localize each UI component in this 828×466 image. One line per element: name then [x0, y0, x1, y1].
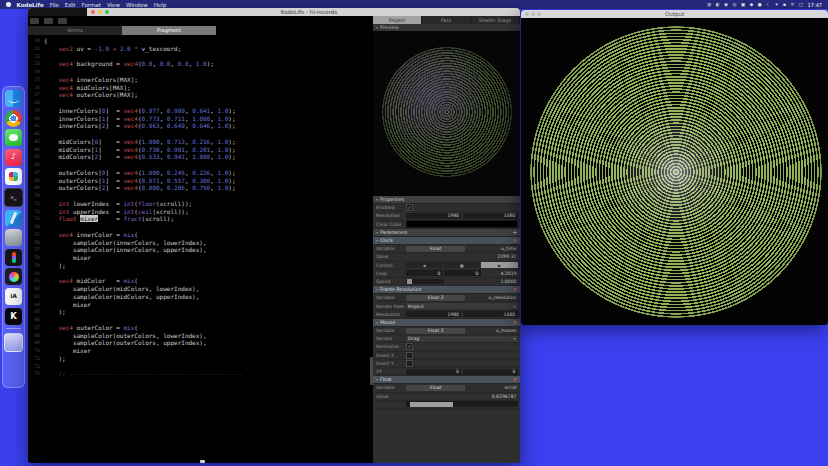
inspector-tab-shader-stage[interactable]: Shader Stage — [471, 16, 520, 24]
code-lines[interactable]: 30{31 vec2 uv = -1.0 + 2.0 * v_texcoord;… — [28, 37, 369, 461]
section-header-float[interactable]: ▾Float× — [373, 376, 520, 384]
transport-button[interactable]: ■ — [444, 262, 480, 268]
editor-tab-fragment[interactable]: Fragment — [122, 26, 216, 35]
dock-icon-videoapp[interactable] — [5, 268, 22, 285]
apple-menu-icon[interactable] — [6, 2, 11, 7]
section-header-frame-resolution[interactable]: ▾Frame Resolution× — [373, 286, 520, 294]
menubar-status-icon[interactable]: ◐ — [716, 0, 720, 9]
transport-button[interactable]: ◀ — [406, 262, 442, 268]
dock-icon-kodelife[interactable]: K — [5, 308, 22, 325]
remove-parameter-icon[interactable]: × — [512, 238, 517, 244]
color-swatch[interactable] — [406, 220, 518, 228]
number-field[interactable]: 1080 — [463, 311, 518, 317]
menu-item-view[interactable]: View — [107, 2, 120, 8]
value-slider[interactable] — [406, 401, 518, 407]
resize-handle[interactable] — [200, 460, 205, 463]
dock-icon-iawriter[interactable]: iA — [5, 288, 22, 305]
menu-item-format[interactable]: Format — [82, 2, 101, 8]
dropdown[interactable]: Float — [406, 385, 465, 391]
section-header-properties[interactable]: ▾Properties — [373, 196, 520, 204]
checkbox[interactable]: ✓ — [406, 204, 413, 211]
transport-button-active[interactable]: ▶ — [481, 262, 517, 268]
value-field[interactable]: scroll — [467, 385, 518, 391]
editor-toolbar-button[interactable] — [58, 18, 67, 25]
dock-icon-figma[interactable] — [5, 249, 22, 266]
dock-icon-grayapp[interactable] — [5, 229, 22, 246]
menubar-status-icon[interactable]: ▣ — [741, 0, 745, 9]
line-number: 41 — [28, 122, 44, 130]
value-field[interactable]: 4.2019 — [482, 270, 518, 276]
menubar-status-icon[interactable]: ≡ — [791, 0, 795, 9]
speed-slider[interactable] — [406, 279, 444, 285]
slider-handle[interactable] — [407, 279, 412, 284]
remove-parameter-icon[interactable]: × — [512, 377, 517, 383]
minimize-button[interactable] — [98, 10, 102, 14]
param-row-clear-color: Clear Color — [373, 221, 520, 229]
menubar-status-icon[interactable]: ◎ — [733, 0, 737, 9]
checkbox[interactable] — [406, 360, 413, 367]
menubar-status-icon[interactable]: □ — [799, 0, 803, 9]
dropdown[interactable]: Float — [406, 246, 465, 252]
output-titlebar[interactable]: Output — [521, 10, 828, 18]
dock-icon-terminal[interactable]: >_ — [4, 188, 23, 207]
menu-item-file[interactable]: File — [50, 2, 59, 8]
remove-parameter-icon[interactable]: × — [512, 320, 517, 326]
dropdown[interactable]: Project — [406, 303, 518, 309]
dock-icon-slack[interactable] — [5, 168, 22, 185]
param-label: XY — [376, 369, 404, 374]
slider-handle[interactable] — [410, 402, 452, 407]
dock-icon-music[interactable]: ♪ — [5, 149, 22, 166]
menubar-status-icon[interactable]: ✦ — [775, 0, 779, 9]
remove-parameter-icon[interactable]: × — [512, 287, 517, 293]
section-header-clock[interactable]: ▾Clock× — [373, 237, 520, 245]
dock-icon-chrome[interactable] — [5, 110, 22, 127]
number-field[interactable]: 0 — [406, 270, 443, 276]
section-header-mouse[interactable]: ▾Mouse× — [373, 319, 520, 327]
editor-toolbar-button[interactable] — [30, 18, 39, 25]
dropdown[interactable]: Float 2 — [406, 328, 465, 334]
section-header-parameters[interactable]: ▾Parameters+ — [373, 229, 520, 237]
preview-section-header[interactable]: ▾ Preview — [373, 24, 520, 31]
number-field[interactable]: 0 — [463, 369, 518, 375]
menubar-status-icon[interactable]: ◆ — [750, 0, 753, 9]
dropdown[interactable]: Drag — [406, 336, 518, 342]
menubar-clock[interactable]: 17:47 — [808, 2, 822, 8]
value-field[interactable]: 0.8296787 — [406, 393, 518, 399]
number-field[interactable]: 1980 — [406, 311, 461, 317]
dock-icon-trash[interactable] — [4, 333, 23, 352]
dock-icon-messages[interactable] — [5, 129, 22, 146]
value-field[interactable]: u_resolution — [467, 295, 518, 301]
value-field[interactable]: u_mouse — [467, 328, 518, 334]
menubar-status-icon[interactable]: ▪ — [783, 0, 786, 9]
menu-item-window[interactable]: Window — [126, 2, 148, 8]
add-parameter-icon[interactable]: + — [512, 230, 517, 236]
inspector-tab-pass[interactable]: Pass — [422, 16, 471, 24]
dock-icon-vscode[interactable] — [5, 210, 22, 227]
number-field[interactable]: 1080 — [463, 213, 518, 219]
param-row-loop: Loop004.2019 — [373, 270, 520, 278]
dropdown[interactable]: Float 2 — [406, 295, 465, 301]
checkbox[interactable]: ✓ — [406, 343, 413, 350]
kodelife-titlebar[interactable]: KodeLife - hi-records — [28, 8, 520, 16]
editor-toolbar-button[interactable] — [44, 18, 53, 25]
close-button[interactable] — [91, 10, 95, 14]
value-field[interactable]: u_time — [467, 246, 518, 252]
menubar-status-icon[interactable]: ● — [758, 0, 762, 9]
code-editor[interactable]: VertexFragment 30{31 vec2 uv = -1.0 + 2.… — [28, 16, 373, 463]
inspector-tab-project[interactable]: Project — [373, 16, 422, 24]
menu-item-edit[interactable]: Edit — [65, 2, 76, 8]
menubar-status-icon[interactable]: ◍ — [707, 0, 711, 9]
menubar-status-icon[interactable]: ◉ — [724, 0, 728, 9]
code-line: 38 — [28, 99, 369, 107]
menubar-status-icon[interactable]: ☾ — [766, 0, 770, 9]
number-field[interactable]: 1980 — [406, 213, 461, 219]
editor-tab-vertex[interactable]: Vertex — [28, 26, 122, 35]
value-field[interactable]: 2299.31 — [406, 254, 518, 260]
value-field[interactable]: 1.0000 — [445, 278, 517, 284]
checkbox[interactable] — [406, 352, 413, 359]
number-field[interactable]: 0 — [444, 270, 481, 276]
menu-item-help[interactable]: Help — [154, 2, 167, 8]
dock-icon-finder[interactable] — [5, 90, 22, 107]
number-field[interactable]: 0 — [406, 369, 461, 375]
menu-item-kodelife[interactable]: KodeLife — [17, 2, 44, 8]
